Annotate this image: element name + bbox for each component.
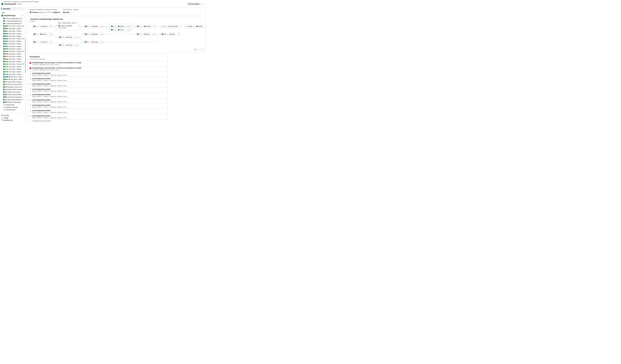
graph-node[interactable]: S.../ ... /Package in Sou...18s (84, 40, 104, 44)
annotation-title[interactable]: pyTooling/upload-artifact (33, 88, 68, 90)
sidebar-job-item[interactable]: Generate pipeline parameters (1, 22, 24, 25)
success-status-icon (3, 99, 5, 101)
sidebar-job-item[interactable]: Publish Code Coverage Results (1, 88, 24, 91)
sidebar-scrollbar[interactable] (25, 6, 26, 121)
sidebar-job-item[interactable]: Generate pipeline parameters (1, 20, 24, 22)
sidebar-job-item[interactable]: Unit Tests - Python 3.11 (1, 55, 24, 58)
sidebar-job-item[interactable]: Check documentation covera... (1, 83, 24, 86)
annotation-title[interactable]: pyTooling/upload-artifact (33, 115, 68, 117)
sidebar-job-item[interactable]: Unit Tests - Python 3.11 (1, 30, 24, 32)
sidebar-job-item[interactable]: Unit Tests - Python 3.12 (1, 78, 24, 81)
show-all-jobs-link[interactable]: Show all jobs (57, 27, 79, 29)
annotation-title[interactable]: pyTooling/upload-artifact (33, 99, 68, 101)
annotation-title[interactable]: pyTooling/upload-artifact (33, 83, 68, 85)
back-arrow-icon[interactable] (1, 1, 3, 2)
sidebar-job-item[interactable]: Unit Tests - Python 3.10 (1, 40, 24, 43)
sidebar-job-item[interactable]: Unit Tests - Python 3.12 (1, 33, 24, 35)
scrollbar-thumb[interactable] (25, 38, 26, 73)
graph-node-name: Generate pipelin... (42, 26, 49, 27)
sidebar-item-workflow-file[interactable]: Workflow file (1, 119, 24, 121)
breadcrumb-workflow-link[interactable]: Verification of Pipeline Templates (Simp… (4, 1, 39, 2)
annotation-title[interactable]: pyTooling/upload-artifact (33, 110, 68, 111)
sidebar-job-item[interactable]: Publish Test Results (1, 91, 24, 93)
chevron-up-icon[interactable] (22, 15, 23, 17)
graph-node-duration: 18s (100, 41, 103, 43)
graph-node[interactable]: S.../ ... /Intermediate A...16s (136, 33, 155, 36)
annotation-title[interactable]: SimplePackage / DocCoverage / Check docu… (33, 62, 81, 63)
sidebar-job-item[interactable]: HTML Documentation using ... (1, 93, 24, 96)
graph-node[interactable]: Sim.../ ... /Artifact Cleanup4s (160, 33, 180, 36)
sidebar-job-item[interactable]: Unit Tests - Python 3.12 (1, 75, 24, 78)
graph-node-prefix: Simple.../ ... / (188, 26, 196, 27)
annotation-title[interactable]: SimplePackage / DocCoverage / Check docu… (33, 67, 81, 69)
sidebar-job-item[interactable]: Unit Tests - Python 3.12 (1, 45, 24, 48)
graph-node[interactable]: Simple.../ ... /Publish to PyPI (185, 25, 206, 28)
minus-icon (199, 49, 200, 51)
sidebar-job-item[interactable]: Unit Tests - Python 3.12 (1, 58, 24, 60)
graph-node[interactable]: S.../ ... /Publish Test Re...13s (84, 33, 104, 36)
sidebar-job-item[interactable]: Unit Tests - Python 3.13 (1, 73, 24, 75)
pencil-icon (40, 26, 42, 27)
notebook-icon (5, 94, 6, 95)
sidebar-job-item[interactable]: Unit Tests - Python 3.13 (1, 48, 24, 50)
annotation-title[interactable]: pyTooling/upload-artifact (33, 120, 68, 121)
commit-sha-link[interactable]: d0f07e1 (47, 12, 53, 13)
annotation-title[interactable]: pyTooling/upload-artifact (33, 104, 68, 106)
graph-node[interactable]: S.../ ... /Generate pipelin...0s (33, 25, 52, 28)
zoom-out-button[interactable] (198, 48, 201, 51)
sidebar-job-item[interactable]: Unit Tests - Python 3.10 (1, 27, 24, 30)
sidebar-job-item[interactable]: Unit Tests - Python 3.9 (1, 50, 24, 53)
sidebar-job-item[interactable]: Unit Tests - Python 3.10 (1, 65, 24, 68)
graph-node[interactable]: S.../ ... /Check Static Ty...17s (58, 35, 78, 39)
sidebar-job-item[interactable]: ReleasePage (1, 104, 24, 106)
sidebar-job-item[interactable]: Publish to GH-Pages (1, 101, 24, 104)
sidebar-job-item[interactable]: Check Static Typing using Pyt... (1, 81, 24, 83)
graph-node[interactable]: S.../ ... /Publish to GH-P...7s (136, 25, 155, 28)
sidebar-job-item[interactable]: Package in Source and Wheel... (1, 86, 24, 88)
py39-icon (7, 51, 8, 52)
sidebar-job-item[interactable]: Unit Tests - Python 3.9 (1, 25, 24, 27)
annotation-title[interactable]: pyTooling/upload-artifact (33, 78, 68, 79)
fullscreen-button[interactable] (194, 48, 197, 51)
sidebar-job-item[interactable]: Unit Tests - Python 3.9 (1, 37, 24, 40)
graph-node[interactable]: S.../ ... /LaTeX Docume...51s (110, 28, 130, 32)
zoom-in-button[interactable] (201, 48, 204, 51)
sidebar-job-item[interactable]: Artifact Cleanup (1, 106, 24, 108)
sidebar-job-item[interactable]: Unit Tests - Python 3.13 (1, 60, 24, 63)
annotation-title[interactable]: pyTooling/upload-artifact (33, 94, 68, 95)
graph-node-label: S.../ ... /Generate pipelin... (36, 41, 49, 43)
success-status-icon (3, 76, 5, 78)
rerun-all-jobs-button[interactable]: Re-run all jobs (187, 2, 201, 6)
sidebar-job-item[interactable]: Unit Tests - Python 3.12 (1, 70, 24, 73)
matrix-group[interactable]: Matrix: SimplePackage / UnitTest... 22 j… (57, 24, 79, 31)
sidebar-job-item[interactable]: Unit Tests - Python 3.11 (1, 68, 24, 70)
sidebar-job-item[interactable]: PublishOnPyPI (1, 108, 24, 111)
graph-node[interactable]: S.../ ... /Generate pipelin...0s (33, 40, 52, 44)
sidebar-job-item[interactable]: Extract configurations from p... (1, 17, 24, 20)
actor-name[interactable]: Paebbels (32, 12, 39, 13)
sidebar-job-item[interactable]: Unit Tests - Python 3.11 (1, 43, 24, 45)
plus-icon (202, 49, 203, 51)
sidebar-job-item[interactable]: LaTeX Documentation using ... (1, 96, 24, 98)
graph-node[interactable]: S.../ ... /HTML Docume...55s (110, 25, 130, 28)
graph-node[interactable]: S.../ ... /Extract configur...4s (33, 33, 52, 36)
kebab-menu-button[interactable] (202, 2, 205, 6)
sidebar-job-item[interactable]: Intermediate Artifact Cleanup (1, 98, 24, 101)
graph-node-name: Package in Sou... (94, 41, 100, 43)
sidebar-job-item[interactable]: Unit Tests - Python 3.13 (1, 35, 24, 37)
annotation-title[interactable]: pyTooling/upload-artifact (33, 72, 68, 74)
jobs-section-label: Jobs (1, 12, 24, 13)
macos-icon (5, 53, 6, 54)
avatar[interactable] (30, 11, 32, 13)
sidebar-job-item[interactable]: Unit Tests - Python 3.10 (1, 53, 24, 55)
memo-icon (169, 26, 170, 27)
success-status-icon (3, 73, 5, 75)
graph-node[interactable]: S.../ ... /Check docume...18s (58, 43, 78, 47)
job-group-simplepackage[interactable]: SimplePackage (1, 14, 24, 17)
annotation-title-text: pyTooling/upload-artifact (33, 120, 51, 121)
graph-node[interactable]: S.../ ... /Create 'Release Pa... (160, 25, 180, 28)
sidebar-item-summary[interactable]: Summary (1, 7, 24, 10)
sidebar-job-item[interactable]: Unit Tests - Python 3.9 (1, 63, 24, 65)
sidebar-item-usage[interactable]: Usage (1, 117, 24, 119)
graph-node[interactable]: S.../ ... /Publish Code C...20s (84, 25, 104, 28)
